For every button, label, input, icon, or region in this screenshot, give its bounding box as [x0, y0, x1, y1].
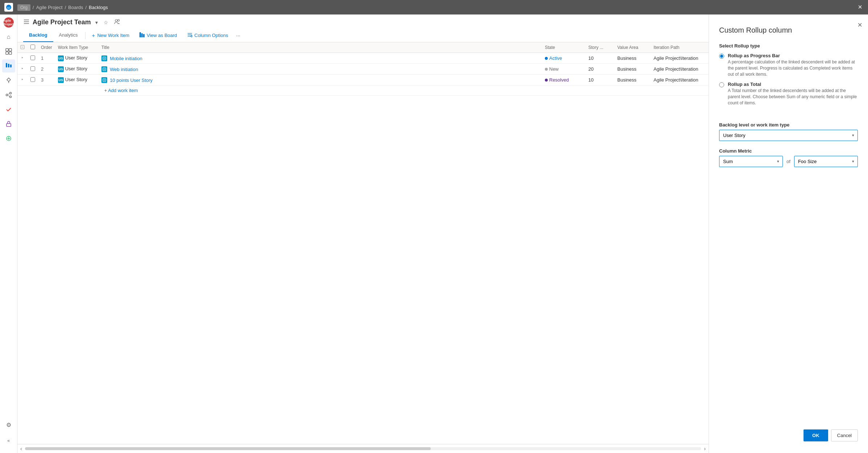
svg-rect-24 — [139, 32, 141, 37]
team-button[interactable] — [113, 18, 121, 26]
repos-icon[interactable] — [2, 74, 15, 87]
favorite-button[interactable]: ☆ — [102, 19, 110, 26]
ok-button[interactable]: OK — [804, 429, 828, 441]
row-title-link-2[interactable]: 10 points User Story — [110, 78, 153, 83]
rollup-progress-bar-radio[interactable] — [719, 54, 724, 59]
work-item-icon-2: US — [58, 77, 64, 83]
add-row: + Add work item — [17, 86, 709, 96]
row-type-0: USUser Story — [55, 53, 99, 64]
app-container: az Org / Agile Project / Boards / Backlo… — [0, 0, 868, 453]
rollup-total-content: Rollup as Total A Total number of the li… — [728, 82, 858, 106]
row-checkbox-0[interactable] — [30, 55, 35, 60]
tab-divider — [85, 32, 85, 39]
state-dot-1 — [545, 68, 548, 71]
svg-point-11 — [9, 92, 11, 94]
col-state-header: State — [542, 42, 585, 53]
testplans-icon[interactable] — [2, 103, 15, 116]
metric-select[interactable]: SumCountAverage — [719, 156, 783, 167]
row-value-2: Business — [614, 75, 651, 86]
artifacts-icon[interactable] — [2, 117, 15, 130]
extensions-icon[interactable] — [2, 132, 15, 145]
panel-close-button[interactable]: × — [857, 20, 862, 30]
scroll-right-button[interactable]: › — [701, 446, 709, 452]
overview-icon[interactable] — [2, 45, 15, 58]
breadcrumb-project[interactable]: Agile Project — [36, 5, 63, 10]
col-order-header: Order — [38, 42, 55, 53]
svg-rect-33 — [103, 57, 106, 60]
backlog-table: Order Work Item Type Title State Story .… — [17, 42, 709, 96]
metric-field-select[interactable]: Foo SizeStory PointsEffort — [794, 156, 858, 167]
backlog-level-label: Backlog level or work item type — [719, 122, 858, 128]
breadcrumb: Org / Agile Project / Boards / Backlogs — [17, 5, 108, 10]
breadcrumb-current: Backlogs — [89, 5, 108, 10]
settings-icon[interactable]: ⚙ — [2, 418, 15, 431]
board-icon — [139, 32, 145, 38]
svg-rect-26 — [143, 34, 145, 37]
app-logo: az — [4, 3, 13, 12]
horizontal-scrollbar[interactable] — [25, 447, 701, 450]
more-options-button[interactable]: ··· — [233, 30, 243, 41]
tab-analytics[interactable]: Analytics — [53, 29, 84, 42]
table-row: 2 USUser Story Web initiation New 20 Bus… — [17, 64, 709, 75]
col-expand-header — [17, 42, 28, 53]
pipelines-icon[interactable] — [2, 88, 15, 101]
col-type-header: Work Item Type — [55, 42, 99, 53]
boards-icon[interactable] — [2, 59, 15, 72]
row-iteration-0: Agile Project\Iteration — [651, 53, 709, 64]
sidebar-bottom: ⚙ « — [2, 418, 15, 453]
rollup-total-option: Rollup as Total A Total number of the li… — [719, 82, 858, 106]
panel-title: Custom Rollup column — [719, 26, 858, 34]
row-iteration-1: Agile Project\Iteration — [651, 64, 709, 75]
column-options-button[interactable]: Column Options — [182, 29, 233, 41]
view-as-board-button[interactable]: View as Board — [134, 29, 182, 41]
svg-point-30 — [191, 36, 192, 37]
svg-rect-39 — [103, 79, 106, 82]
new-work-item-button[interactable]: + New Work Item — [87, 29, 134, 41]
page-title: Agile Project Team — [33, 18, 91, 26]
backlog-level-select-wrapper: User StoryTaskBugFeature ▾ — [719, 130, 858, 141]
table-row: 1 USUser Story Mobile initiation ··· Act… — [17, 53, 709, 64]
svg-rect-25 — [141, 33, 143, 37]
svg-rect-2 — [6, 49, 8, 51]
home-icon[interactable]: ⌂ — [2, 30, 15, 43]
metric-of-label: of — [786, 159, 790, 164]
rollup-type-options: Rollup as Progress Bar A percentage calc… — [719, 53, 858, 106]
title-icon-0 — [101, 55, 107, 61]
select-all-checkbox[interactable] — [30, 45, 35, 49]
metric-row: SumCountAverage ▾ of Foo SizeStory Point… — [719, 156, 858, 167]
backlog-level-select[interactable]: User StoryTaskBugFeature — [719, 130, 858, 141]
page-header: Agile Project Team ▾ ☆ — [17, 14, 709, 29]
breadcrumb-org[interactable]: Org — [17, 5, 30, 10]
window-close-button[interactable]: × — [858, 3, 862, 11]
custom-rollup-panel: Custom Rollup column × Select Rollup typ… — [709, 14, 868, 453]
collapse-sidebar-icon[interactable]: « — [2, 434, 15, 447]
row-checkbox-1[interactable] — [30, 66, 35, 71]
plus-icon: + — [92, 32, 95, 38]
row-type-2: USUser Story — [55, 75, 99, 86]
rollup-total-label: Rollup as Total — [728, 82, 858, 87]
row-title-0: Mobile initiation ··· — [99, 53, 542, 64]
svg-rect-15 — [7, 124, 11, 126]
cancel-button[interactable]: Cancel — [831, 429, 858, 441]
svg-line-14 — [8, 95, 9, 96]
rollup-progress-bar-label: Rollup as Progress Bar — [728, 53, 858, 58]
add-item-button[interactable]: + Add work item — [101, 86, 141, 95]
metric-field-select-wrapper: Foo SizeStory PointsEffort ▾ — [794, 156, 858, 167]
row-title-link-0[interactable]: Mobile initiation — [110, 56, 142, 61]
row-iteration-2: Agile Project\Iteration — [651, 75, 709, 86]
svg-rect-6 — [6, 63, 7, 67]
title-dropdown-button[interactable]: ▾ — [94, 19, 99, 26]
column-metric-section: Column Metric SumCountAverage ▾ of Foo S… — [719, 148, 858, 167]
main-area: Agile Project ⌂ ⚙ — [0, 14, 868, 453]
scroll-left-button[interactable]: ‹ — [17, 446, 25, 452]
col-value-header: Value Area — [614, 42, 651, 53]
svg-rect-5 — [9, 52, 12, 54]
metric-select-wrapper: SumCountAverage ▾ — [719, 156, 783, 167]
breadcrumb-boards[interactable]: Boards — [68, 5, 83, 10]
tabs-bar: Backlog Analytics + New Work Item View a… — [17, 29, 709, 42]
scrollbar-area: ‹ › — [17, 444, 709, 453]
rollup-total-radio[interactable] — [719, 82, 724, 87]
row-checkbox-2[interactable] — [30, 77, 35, 82]
tab-backlog[interactable]: Backlog — [23, 29, 53, 42]
row-title-link-1[interactable]: Web initiation — [110, 67, 138, 72]
